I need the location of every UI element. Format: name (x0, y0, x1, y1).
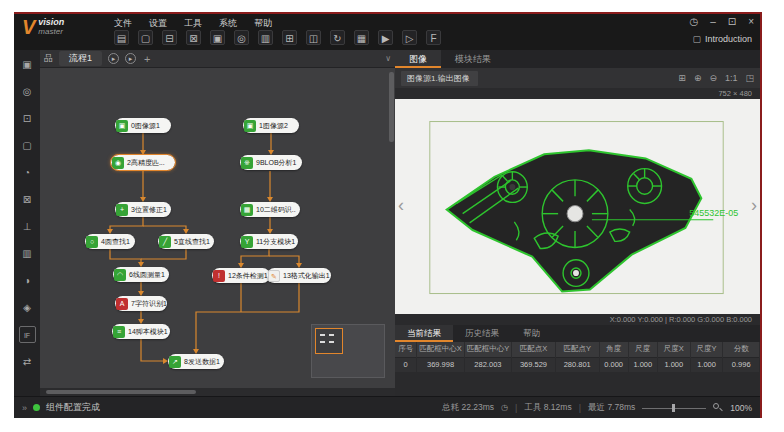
flow-tab[interactable]: 流程1 (59, 51, 102, 66)
flow-canvas[interactable]: ▣0图像源1▣1图像源2◉2高精度匹...+3位置修正1○4圆查找1╱5直线查找… (40, 68, 395, 388)
communication-icon[interactable]: ↻ (330, 30, 345, 45)
flow-node-0[interactable]: ▣0图像源1 (115, 118, 171, 133)
one-to-one-icon[interactable]: 1:1 (725, 73, 738, 83)
flow-node-1[interactable]: ▣1图像源2 (243, 118, 299, 133)
status-ok-icon (33, 404, 40, 411)
camera-icon[interactable]: ◎ (234, 30, 249, 45)
result-column-header: 尺度X (657, 342, 690, 357)
help-icon[interactable]: ◷ (689, 16, 698, 28)
flow-list-icon[interactable]: 品 (44, 52, 53, 65)
close-icon[interactable]: × (748, 16, 754, 28)
acquisition-tool-icon[interactable]: ▣ (19, 56, 36, 73)
focus-tool-icon[interactable]: ▢ (19, 137, 36, 154)
flow-header-caret-icon[interactable]: ∨ (385, 54, 391, 63)
result-column-header: 匹配框中心X (417, 342, 464, 357)
window-layout-icon[interactable]: ▣ (210, 30, 225, 45)
fit-view-icon[interactable]: ⊞ (678, 73, 686, 83)
circle-tool-icon[interactable]: ◔ (19, 164, 36, 181)
result-tabs: 当前结果历史结果帮助 (395, 325, 760, 342)
restore-icon[interactable]: ⊡ (728, 16, 736, 28)
global-script-icon[interactable]: ▦ (354, 30, 369, 45)
result-tab-0[interactable]: 当前结果 (395, 325, 453, 342)
export-icon[interactable]: ⊠ (186, 30, 201, 45)
tab-module-result[interactable]: 模块结果 (441, 50, 505, 68)
menu-item-1[interactable]: 设置 (149, 17, 167, 30)
flow-node-14[interactable]: ≡14脚本模块1 (112, 324, 170, 339)
color-tool-icon[interactable]: ◑ (19, 272, 36, 289)
statusbar-expand-icon[interactable]: » (22, 403, 27, 413)
format-icon[interactable]: F (426, 30, 441, 45)
result-table-row[interactable]: 0369.998282.003369.529280.8010.0001.0001… (395, 357, 760, 372)
flow-node-3[interactable]: +3位置修正1 (115, 202, 171, 217)
position-fix-icon: + (116, 204, 128, 216)
communication-tool-icon[interactable]: ⇄ (19, 353, 36, 370)
menu-item-2[interactable]: 工具 (184, 17, 202, 30)
result-tab-2[interactable]: 帮助 (511, 325, 552, 342)
flow-node-4[interactable]: ○4圆查找1 (85, 234, 135, 249)
flow-node-label: 4圆查找1 (98, 237, 133, 247)
canvas-minimap[interactable] (311, 324, 385, 378)
result-cell: 1.000 (657, 357, 690, 372)
flow-node-9[interactable]: ※9BLOB分析1 (240, 155, 302, 170)
match-score-overlay: 545532E-05 (689, 208, 738, 218)
flow-node-6[interactable]: ◠6线圆测量1 (113, 267, 169, 282)
menu-item-4[interactable]: 帮助 (254, 17, 272, 30)
previous-image-arrow[interactable]: ‹ (398, 196, 404, 214)
zoom-out-icon[interactable]: ⊖ (709, 73, 717, 83)
flow-node-label: 7字符识别1 (128, 299, 166, 309)
result-tab-1[interactable]: 历史结果 (453, 325, 511, 342)
next-image-arrow[interactable]: › (751, 196, 757, 214)
result-table[interactable]: 序号匹配框中心X匹配框中心Y匹配点X匹配点Y角度尺度尺度X尺度Y分数0369.9… (395, 342, 760, 372)
flow-node-11[interactable]: Y11分支模块1 (240, 234, 298, 249)
image-process-tool-icon[interactable]: ▥ (19, 245, 36, 262)
result-column-header: 匹配点X (512, 342, 556, 357)
locate-tool-icon[interactable]: ◎ (19, 83, 36, 100)
result-table-header-row: 序号匹配框中心X匹配框中心Y匹配点X匹配点Y角度尺度尺度X尺度Y分数 (395, 342, 760, 357)
flow-node-12[interactable]: !12条件检测1 (212, 268, 270, 283)
tool-time-metric: 工具 8.12ms (524, 402, 571, 414)
introduction-link[interactable]: ▢ Introduction (692, 34, 752, 44)
minimap-viewport[interactable] (315, 328, 343, 354)
menubar: 文件设置工具系统帮助 (114, 17, 272, 30)
find-tool-icon[interactable]: ⊠ (19, 191, 36, 208)
flow-node-label: 14脚本模块1 (125, 327, 169, 337)
run-once-button[interactable]: ▸ (108, 53, 119, 64)
open-icon[interactable]: ▢ (138, 30, 153, 45)
run-once-icon[interactable]: ▷ (402, 30, 417, 45)
logic-if-tool-icon[interactable]: IF (19, 326, 36, 343)
fullscreen-icon[interactable]: ◳ (745, 73, 754, 83)
run-icon[interactable]: ▶ (378, 30, 393, 45)
flow-node-10[interactable]: ▦10二维码识.. (240, 202, 300, 217)
data-queue-icon[interactable]: ▥ (258, 30, 273, 45)
viewer-tools: ⊞⊕⊖1:1◳ (678, 73, 754, 83)
zoom-in-icon[interactable]: ⊕ (694, 73, 702, 83)
flow-node-5[interactable]: ╱5直线查找1 (158, 234, 214, 249)
defect-tool-icon[interactable]: ◈ (19, 299, 36, 316)
menu-item-3[interactable]: 系统 (219, 17, 237, 30)
flow-node-13[interactable]: ✎13格式化输出1 (267, 268, 331, 283)
flow-node-8[interactable]: ↗8发送数据1 (168, 354, 224, 369)
image-viewport[interactable]: 545532E-05 ‹ › (395, 99, 760, 314)
position-tool-icon[interactable]: ⊡ (19, 110, 36, 127)
result-table-wrap: 序号匹配框中心X匹配框中心Y匹配点X匹配点Y角度尺度尺度X尺度Y分数0369.9… (395, 342, 760, 396)
save-as-icon[interactable]: ⊟ (162, 30, 177, 45)
canvas-zoom-slider[interactable] (642, 403, 706, 413)
image-source-selector[interactable]: 图像源1.输出图像 (401, 71, 478, 86)
save-icon[interactable]: ▤ (114, 30, 129, 45)
right-panel: 图像模块结果 图像源1.输出图像 ⊞⊕⊖1:1◳ 752 × 480 (395, 50, 760, 396)
flow-node-7[interactable]: A7字符识别1 (115, 296, 167, 311)
tab-image[interactable]: 图像 (395, 50, 441, 68)
minimize-icon[interactable]: – (710, 16, 716, 28)
canvas-horizontal-scrollbar[interactable] (40, 388, 395, 396)
recent-time-metric: 最近 7.78ms (588, 402, 635, 414)
io-config-icon[interactable]: ⊞ (282, 30, 297, 45)
menu-item-0[interactable]: 文件 (114, 17, 132, 30)
add-flow-button[interactable]: + (144, 53, 150, 65)
run-continuous-button[interactable]: ▸ (125, 53, 136, 64)
tool-sidebar: ▣◎⊡▢◔⊠⊥▥◑◈IF⇄ (14, 50, 40, 396)
caliper-tool-icon[interactable]: ⊥ (19, 218, 36, 235)
module-list-icon[interactable]: ◫ (306, 30, 321, 45)
blob-icon: ※ (241, 157, 253, 169)
canvas-vertical-scrollbar[interactable] (389, 72, 394, 142)
flow-node-2[interactable]: ◉2高精度匹... (111, 155, 175, 170)
